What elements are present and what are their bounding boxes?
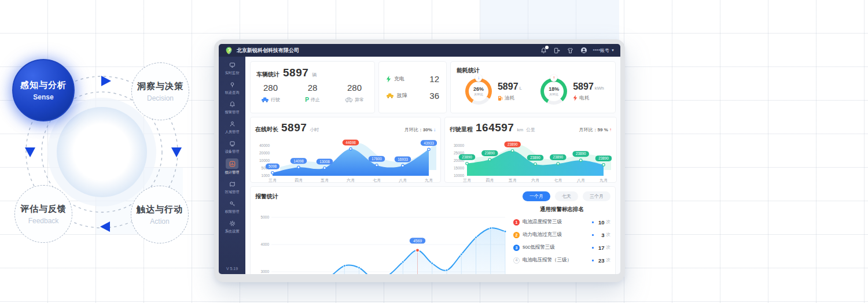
- range-three-months[interactable]: 三个月: [583, 191, 610, 201]
- cycle-diagram: 感知与分析 Sense 洞察与决策 Decision 评估与反馈 Feedbac…: [0, 46, 208, 278]
- vehicle-unit: 辆: [312, 72, 317, 78]
- range-switcher: 一个月 七天 三个月: [523, 191, 610, 201]
- panel-title: 车辆统计: [256, 71, 279, 79]
- svg-text:23890: 23890: [462, 155, 472, 159]
- range-one-month[interactable]: 一个月: [523, 191, 550, 201]
- car-yellow-icon: [386, 93, 394, 98]
- ranking-row: 4 电池电压报警（三级） 23 次: [513, 257, 610, 264]
- energy-stats-panel: 能耗统计 26% 月环比 ↓: [450, 61, 616, 113]
- svg-text:23890: 23890: [507, 142, 518, 146]
- account-caret-icon[interactable]: ▼: [611, 49, 615, 52]
- rank-badge: 2: [513, 232, 520, 238]
- svg-text:七月: 七月: [554, 178, 562, 183]
- device-icon: [227, 139, 237, 148]
- notifications-button[interactable]: [540, 47, 547, 54]
- vehicle-stat-abnormal: 280 异常: [345, 83, 364, 103]
- map-icon: [227, 179, 237, 189]
- sidebar-item-statistics-mgmt[interactable]: 统计管理: [225, 158, 240, 175]
- svg-text:10000: 10000: [259, 158, 270, 162]
- svg-text:九月: 九月: [599, 178, 608, 183]
- svg-text:17600: 17600: [372, 157, 382, 161]
- vehicle-stat-stopped: 28 P 停止: [305, 83, 320, 103]
- company-name: 北京新锐科创科技有限公司: [237, 47, 299, 54]
- svg-text:23890: 23890: [553, 155, 564, 159]
- rank-badge: 3: [513, 245, 520, 251]
- svg-text:10000: 10000: [454, 173, 464, 178]
- svg-text:1000: 1000: [262, 173, 270, 178]
- logout-button[interactable]: [554, 47, 560, 54]
- svg-text:四月: 四月: [295, 178, 303, 183]
- range-seven-days[interactable]: 七天: [555, 191, 578, 201]
- lightning-green-icon: [386, 76, 391, 83]
- sidebar: 实时监控 轨迹查询 报警管理 人员管理: [219, 57, 245, 274]
- sidebar-item-permission-mgmt[interactable]: 权限管理: [225, 199, 240, 215]
- mom-online: 月环比：30% ↓: [404, 127, 436, 133]
- sidebar-item-track-query[interactable]: 轨迹查询: [225, 80, 240, 95]
- page-background: 感知与分析 Sense 洞察与决策 Decision 评估与反馈 Feedbac…: [0, 0, 868, 303]
- svg-text:15000: 15000: [454, 166, 464, 170]
- node-subtitle: Action: [150, 217, 169, 226]
- node-title: 洞察与决策: [137, 81, 183, 92]
- bell-icon: [227, 99, 237, 109]
- svg-text:4569: 4569: [413, 239, 422, 243]
- svg-text:43933: 43933: [424, 141, 434, 145]
- key-icon: [227, 199, 237, 208]
- rank-badge: 1: [513, 219, 520, 226]
- svg-text:5000: 5000: [261, 215, 270, 219]
- notification-badge: [545, 46, 549, 49]
- rank-badge: 4: [513, 257, 520, 264]
- charging-stat: 充电 12: [386, 74, 439, 84]
- vehicle-total: 5897: [283, 66, 308, 79]
- theme-skin-button[interactable]: [567, 47, 573, 54]
- cycle-node-feedback: 评估与反馈 Feedback: [14, 185, 72, 243]
- person-icon: [227, 119, 237, 128]
- svg-text:3000: 3000: [261, 269, 270, 274]
- svg-text:40000: 40000: [259, 143, 270, 147]
- node-title: 感知与分析: [20, 80, 67, 91]
- svg-text:4000: 4000: [261, 242, 270, 246]
- sidebar-item-system-settings[interactable]: 系统设置: [225, 219, 240, 234]
- account-name[interactable]: ****账号: [593, 47, 609, 54]
- svg-text:20000: 20000: [259, 151, 270, 155]
- cycle-node-decision: 洞察与决策 Decision: [131, 62, 189, 120]
- online-hours-panel: 在线时长 5897 小时 月环比：30% ↓ 40000200001000050…: [250, 117, 441, 183]
- svg-text:5098: 5098: [269, 164, 277, 168]
- location-pin-icon: [227, 80, 237, 89]
- sidebar-item-realtime-monitor[interactable]: 实时监控: [225, 60, 240, 76]
- sidebar-item-personnel-mgmt[interactable]: 人员管理: [225, 119, 240, 135]
- svg-text:六月: 六月: [347, 178, 355, 183]
- svg-text:14098: 14098: [293, 159, 304, 163]
- bullet-icon: [592, 247, 594, 249]
- alarm-ranking: 通用报警标志排名 1 电池温度报警三级 10 次 2: [513, 205, 610, 274]
- svg-text:16933: 16933: [398, 157, 408, 161]
- svg-text:30000: 30000: [454, 143, 464, 147]
- online-hours-chart: 40000200001000050001000三月四月五月六月七月八月九月509…: [255, 134, 437, 184]
- sidebar-item-device-mgmt[interactable]: 设备管理: [225, 139, 240, 154]
- parking-icon: P: [305, 97, 309, 103]
- node-title: 评估与反馈: [20, 204, 67, 215]
- tablet-frame: 北京新锐科创科技有限公司 ****账号 ▼: [214, 39, 625, 282]
- avatar[interactable]: [580, 47, 587, 54]
- vehicle-stats-panel: 车辆统计 5897 辆 280 行驶: [250, 61, 375, 113]
- svg-text:四月: 四月: [486, 178, 494, 183]
- bullet-icon: [592, 221, 594, 223]
- fault-stat: 故障 36: [386, 91, 439, 101]
- app-version: V 5.19: [226, 267, 238, 271]
- sidebar-item-alarm-mgmt[interactable]: 报警管理: [225, 99, 240, 115]
- vehicle-stat-driving: 280 行驶: [261, 83, 280, 103]
- bullet-icon: [592, 260, 594, 261]
- node-subtitle: Decision: [147, 94, 174, 102]
- sidebar-item-region-mgmt[interactable]: 区域管理: [225, 179, 240, 195]
- car-blue-icon: [261, 97, 269, 102]
- mileage-chart: 3000025000200001500010000三月四月五月六月七月八月九月2…: [450, 134, 612, 184]
- monitor-icon: [227, 60, 237, 69]
- ranking-row: 1 电池温度报警三级 10 次: [513, 219, 610, 226]
- svg-text:44698: 44698: [345, 141, 356, 145]
- svg-text:23890: 23890: [530, 156, 540, 160]
- lightning-red-icon: [573, 95, 578, 101]
- svg-text:23890: 23890: [485, 151, 495, 155]
- bullet-icon: [592, 234, 594, 236]
- charge-fault-panel: 充电 12 故障 36: [378, 61, 447, 113]
- gear-icon: [227, 219, 237, 228]
- cycle-node-action: 触达与行动 Action: [131, 186, 189, 243]
